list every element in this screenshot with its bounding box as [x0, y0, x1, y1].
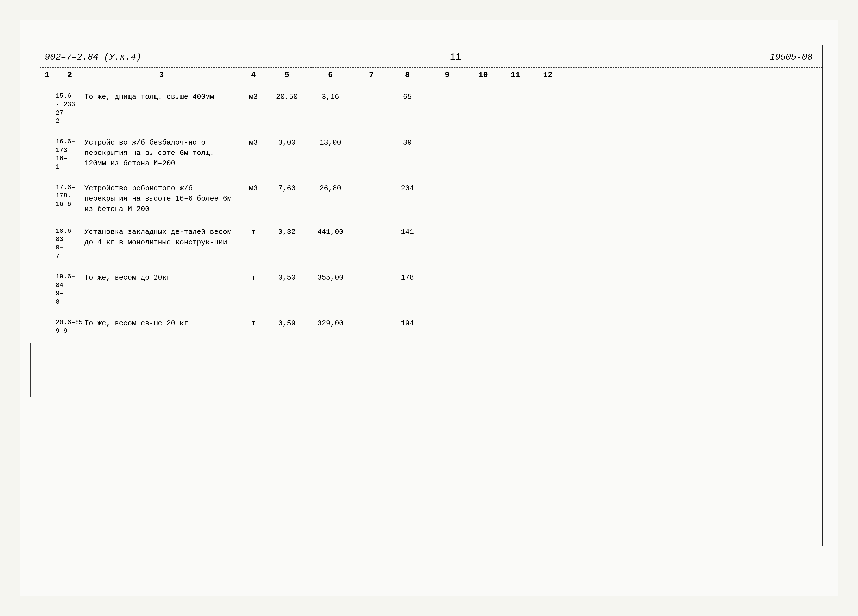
col-header-10: 10 [467, 70, 499, 79]
cell-col5: 0,59 [268, 319, 306, 329]
cell-unit: т [238, 319, 268, 329]
cell-description: То же, весом до 20кг [84, 273, 238, 283]
table-row: 15.6– · 233 27– 2 То же, днища толщ. свы… [40, 85, 822, 131]
cell-unit: т [238, 273, 268, 283]
col-header-6: 6 [306, 70, 355, 79]
cell-description: Установка закладных де-талей весом до 4 … [84, 227, 238, 248]
left-border-marker [30, 343, 31, 397]
cell-row-num: 20.6–85 9–9 [54, 319, 84, 335]
header-row: 902–7–2.84 (У.к.4) 11 19505-08 [40, 45, 822, 68]
cell-row-num: 18.6– 83 9– 7 [54, 227, 84, 261]
col-header-9: 9 [427, 70, 467, 79]
cell-col5: 0,50 [268, 273, 306, 283]
cell-col6: 441,00 [306, 227, 355, 238]
main-table: 902–7–2.84 (У.к.4) 11 19505-08 1 2 3 4 5… [40, 45, 823, 546]
cell-description: Устройство ж/б безбалоч-ного перекрытия … [84, 138, 238, 169]
page: 902–7–2.84 (У.к.4) 11 19505-08 1 2 3 4 5… [20, 20, 838, 596]
col-header-12: 12 [532, 70, 564, 79]
cell-col8: 141 [387, 227, 427, 238]
data-rows: 15.6– · 233 27– 2 То же, днища толщ. свы… [40, 82, 822, 340]
cell-col5: 20,50 [268, 92, 306, 102]
page-number: 11 [141, 52, 769, 62]
cell-row-num: 19.6– 84 9– 8 [54, 273, 84, 306]
doc-number: 902–7–2.84 (У.к.4) [45, 52, 141, 62]
cell-unit: м3 [238, 138, 268, 148]
cell-col5: 7,60 [268, 183, 306, 194]
col-header-8: 8 [387, 70, 427, 79]
cell-col8: 39 [387, 138, 427, 148]
document-code: 19505-08 [769, 52, 813, 62]
table-row: 20.6–85 9–9 То же, весом свыше 20 кг т 0… [40, 311, 822, 341]
cell-col6: 329,00 [306, 319, 355, 329]
table-row: 16.6– 173 16– 1 Устройство ж/б безбалоч-… [40, 131, 822, 176]
cell-unit: т [238, 227, 268, 238]
cell-col6: 355,00 [306, 273, 355, 283]
cell-col5: 0,32 [268, 227, 306, 238]
col-header-1: 1 [40, 70, 54, 79]
cell-row-num: 17.6– 178. 16–6 [54, 183, 84, 208]
cell-description: То же, днища толщ. свыше 400мм [84, 92, 238, 102]
cell-col8: 65 [387, 92, 427, 102]
col-header-3: 3 [84, 70, 238, 79]
cell-col5: 3,00 [268, 138, 306, 148]
col-header-4: 4 [238, 70, 268, 79]
cell-col6: 13,00 [306, 138, 355, 148]
cell-description: Устройство ребристого ж/б перекрытия на … [84, 183, 238, 215]
cell-description: То же, весом свыше 20 кг [84, 319, 238, 329]
cell-unit: м3 [238, 183, 268, 194]
cell-col8: 204 [387, 183, 427, 194]
col-header-2: 2 [54, 70, 84, 79]
table-row: 19.6– 84 9– 8 То же, весом до 20кг т 0,5… [40, 266, 822, 311]
table-row: 18.6– 83 9– 7 Установка закладных де-тал… [40, 220, 822, 266]
cell-col6: 26,80 [306, 183, 355, 194]
table-row: 17.6– 178. 16–6 Устройство ребристого ж/… [40, 176, 822, 220]
cell-unit: м3 [238, 92, 268, 102]
cell-col8: 194 [387, 319, 427, 329]
cell-col8: 178 [387, 273, 427, 283]
column-headers: 1 2 3 4 5 6 7 8 9 10 11 12 [40, 68, 822, 82]
cell-col6: 3,16 [306, 92, 355, 102]
col-header-7: 7 [355, 70, 387, 79]
cell-row-num: 15.6– · 233 27– 2 [54, 92, 84, 126]
col-header-5: 5 [268, 70, 306, 79]
col-header-11: 11 [499, 70, 532, 79]
cell-row-num: 16.6– 173 16– 1 [54, 138, 84, 171]
